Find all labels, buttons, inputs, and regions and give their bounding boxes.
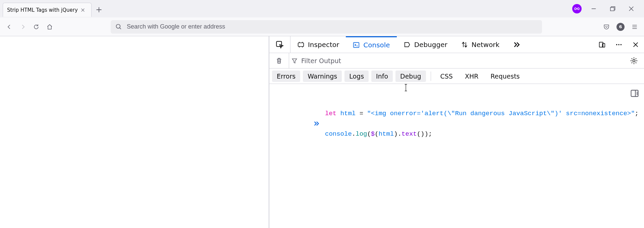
forward-button[interactable] xyxy=(17,21,29,33)
svg-rect-2 xyxy=(276,41,281,46)
close-tab-icon[interactable] xyxy=(78,6,87,14)
svg-point-10 xyxy=(633,59,635,62)
reload-button[interactable] xyxy=(30,21,42,33)
text-cursor-icon xyxy=(404,84,408,91)
new-tab-button[interactable] xyxy=(93,4,105,16)
title-bar: Strip HTML Tags with jQuery xyxy=(0,0,644,17)
window-controls xyxy=(570,0,644,17)
devtools-menu-button[interactable] xyxy=(610,41,627,48)
split-console-button[interactable] xyxy=(630,89,639,98)
tab-network-label: Network xyxy=(472,41,500,49)
app-menu-button[interactable] xyxy=(629,21,641,33)
console-filter-row: Filter Output xyxy=(269,53,644,69)
tab-title: Strip HTML Tags with jQuery xyxy=(7,7,78,13)
filter-xhr[interactable]: XHR xyxy=(460,71,483,82)
svg-point-1 xyxy=(116,24,120,28)
filter-icon xyxy=(291,57,298,64)
filter-errors[interactable]: Errors xyxy=(272,71,300,82)
tab-console-label: Console xyxy=(363,41,390,49)
minimize-button[interactable] xyxy=(584,1,603,16)
clear-console-button[interactable] xyxy=(269,53,289,68)
devtools-panel: Inspector Console Debugger Network xyxy=(269,36,644,228)
tab-debugger-label: Debugger xyxy=(414,41,447,49)
tab-inspector-label: Inspector xyxy=(308,41,339,49)
filter-warnings[interactable]: Warnings xyxy=(303,71,342,82)
console-category-row: Errors Warnings Logs Info Debug CSS XHR … xyxy=(269,69,644,84)
maximize-button[interactable] xyxy=(603,1,622,16)
devtools-toolbar: Inspector Console Debugger Network xyxy=(269,36,644,53)
debugger-icon xyxy=(404,41,411,48)
address-bar[interactable] xyxy=(111,20,542,34)
navigation-toolbar: 6 xyxy=(0,17,644,36)
filter-placeholder: Filter Output xyxy=(301,57,341,64)
console-output[interactable]: let html = "<img onerror='alert(\"Run da… xyxy=(269,84,644,228)
console-input-code[interactable]: let html = "<img onerror='alert(\"Run da… xyxy=(325,108,639,139)
console-settings-button[interactable] xyxy=(624,53,644,68)
filter-info[interactable]: Info xyxy=(371,71,393,82)
url-input[interactable] xyxy=(126,23,537,31)
filter-requests[interactable]: Requests xyxy=(486,71,524,82)
responsive-mode-button[interactable] xyxy=(594,41,610,48)
svg-point-8 xyxy=(618,44,620,45)
tab-network[interactable]: Network xyxy=(454,36,506,53)
inspector-icon xyxy=(297,41,305,48)
devtools-close-button[interactable] xyxy=(627,41,644,48)
svg-point-7 xyxy=(616,44,618,45)
console-icon xyxy=(353,41,360,49)
infinity-icon xyxy=(572,4,582,13)
page-viewport xyxy=(0,36,269,228)
close-window-button[interactable] xyxy=(622,1,641,16)
browser-tab[interactable]: Strip HTML Tags with jQuery xyxy=(3,3,92,17)
tab-debugger[interactable]: Debugger xyxy=(397,36,454,53)
network-icon xyxy=(461,41,468,48)
home-button[interactable] xyxy=(44,21,56,33)
tab-inspector[interactable]: Inspector xyxy=(290,36,346,53)
pick-element-button[interactable] xyxy=(269,36,290,53)
svg-rect-0 xyxy=(610,7,614,11)
content-row: Inspector Console Debugger Network xyxy=(0,36,644,228)
profile-button[interactable] xyxy=(570,1,584,16)
svg-rect-3 xyxy=(298,43,304,46)
back-button[interactable] xyxy=(3,21,15,33)
extensions-count-button[interactable]: 6 xyxy=(614,21,627,33)
prompt-chevrons-icon xyxy=(275,110,320,141)
search-icon xyxy=(115,24,122,30)
tab-console[interactable]: Console xyxy=(346,36,396,53)
filter-css[interactable]: CSS xyxy=(436,71,458,82)
pocket-button[interactable] xyxy=(600,21,612,33)
filter-output-field[interactable]: Filter Output xyxy=(289,53,624,68)
separator xyxy=(431,72,431,81)
filter-logs[interactable]: Logs xyxy=(344,71,369,82)
tabs-overflow-button[interactable] xyxy=(506,36,527,53)
count-badge: 6 xyxy=(616,23,625,31)
filter-debug[interactable]: Debug xyxy=(395,71,426,82)
svg-point-9 xyxy=(621,44,622,45)
